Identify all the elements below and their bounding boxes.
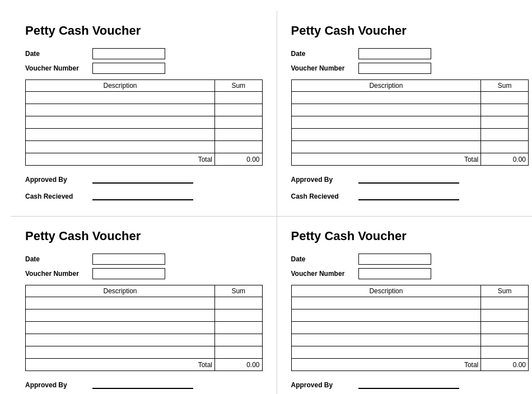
voucher-2-total-label: Total: [291, 153, 481, 166]
page-wrapper: Petty Cash Voucher Date Voucher Number D…: [11, 11, 532, 394]
table-row: [26, 309, 263, 322]
voucher-1-date-input[interactable]: [92, 48, 165, 59]
voucher-1-date-row: Date: [25, 48, 263, 59]
voucher-3-date-input[interactable]: [92, 254, 165, 265]
voucher-1-total-value: 0.00: [215, 153, 263, 166]
voucher-3: Petty Cash Voucher Date Voucher Number D…: [11, 217, 277, 394]
voucher-4-table: Description Sum Total 0.00: [291, 285, 529, 371]
voucher-3-date-label: Date: [25, 255, 92, 263]
voucher-2-cash-label: Cash Recieved: [291, 193, 358, 200]
voucher-1-total-row: Total 0.00: [26, 153, 263, 166]
voucher-2-desc-header: Description: [291, 80, 481, 92]
voucher-2-cash-row: Cash Recieved: [291, 190, 529, 200]
table-row: [26, 334, 263, 346]
voucher-2-number-input[interactable]: [358, 63, 431, 74]
voucher-4-total-value: 0.00: [481, 359, 529, 371]
voucher-2-table-section: Description Sum Total 0.00: [291, 79, 529, 166]
voucher-1-approved-label: Approved By: [25, 176, 92, 184]
voucher-2-approved-row: Approved By: [291, 173, 529, 184]
voucher-2-cash-line[interactable]: [358, 190, 459, 200]
voucher-4-approved-line[interactable]: [358, 379, 459, 389]
table-row: [26, 297, 263, 309]
voucher-4-approved-row: Approved By: [291, 379, 529, 389]
table-row: [26, 129, 263, 141]
table-row: [291, 346, 529, 359]
voucher-3-title: Petty Cash Voucher: [25, 229, 263, 243]
voucher-4-title: Petty Cash Voucher: [291, 229, 529, 243]
voucher-4-number-label: Voucher Number: [291, 270, 358, 278]
table-row: [291, 309, 529, 322]
voucher-1-number-input[interactable]: [92, 63, 165, 74]
voucher-1-approved-row: Approved By: [25, 173, 263, 184]
voucher-4-sum-header: Sum: [481, 285, 529, 297]
voucher-1-number-row: Voucher Number: [25, 63, 263, 74]
voucher-4-total-row: Total 0.00: [291, 359, 529, 371]
voucher-3-approved-label: Approved By: [25, 381, 92, 389]
voucher-3-signature-section: Approved By Cash Recieved: [25, 379, 263, 394]
table-row: [291, 297, 529, 309]
voucher-1-sum-header: Sum: [215, 80, 263, 92]
voucher-2-approved-label: Approved By: [291, 176, 358, 184]
voucher-3-desc-header: Description: [26, 285, 215, 297]
table-row: [26, 322, 263, 334]
table-row: [291, 129, 529, 141]
voucher-1-total-label: Total: [26, 153, 215, 166]
voucher-3-number-row: Voucher Number: [25, 268, 263, 279]
table-row: [26, 116, 263, 129]
table-row: [291, 141, 529, 153]
voucher-2-sum-header: Sum: [481, 80, 529, 92]
voucher-4: Petty Cash Voucher Date Voucher Number D…: [277, 217, 533, 394]
voucher-3-number-label: Voucher Number: [25, 270, 92, 278]
table-row: [26, 141, 263, 153]
voucher-1-cash-label: Cash Recieved: [25, 193, 92, 200]
voucher-1-cash-line[interactable]: [92, 190, 193, 200]
voucher-3-date-row: Date: [25, 254, 263, 265]
table-row: [291, 116, 529, 129]
voucher-4-signature-section: Approved By Cash Recieved: [291, 379, 529, 394]
voucher-4-desc-header: Description: [291, 285, 481, 297]
voucher-1-approved-line[interactable]: [92, 173, 193, 184]
voucher-3-sum-header: Sum: [215, 285, 263, 297]
voucher-3-approved-line[interactable]: [92, 379, 193, 389]
voucher-4-date-input[interactable]: [358, 254, 431, 265]
voucher-2-title: Petty Cash Voucher: [291, 24, 529, 38]
voucher-1-table-section: Description Sum Total 0.00: [25, 79, 263, 166]
table-row: [26, 92, 263, 104]
voucher-1-title: Petty Cash Voucher: [25, 24, 263, 38]
voucher-2-approved-line[interactable]: [358, 173, 459, 184]
voucher-1: Petty Cash Voucher Date Voucher Number D…: [11, 11, 277, 217]
voucher-2-total-row: Total 0.00: [291, 153, 529, 166]
voucher-2-signature-section: Approved By Cash Recieved: [291, 173, 529, 200]
voucher-4-date-label: Date: [291, 255, 358, 263]
voucher-2: Petty Cash Voucher Date Voucher Number D…: [277, 11, 533, 217]
table-row: [26, 104, 263, 116]
voucher-1-signature-section: Approved By Cash Recieved: [25, 173, 263, 200]
voucher-2-number-label: Voucher Number: [291, 64, 358, 72]
table-row: [291, 92, 529, 104]
voucher-3-table-section: Description Sum Total 0.00: [25, 285, 263, 371]
voucher-2-total-value: 0.00: [481, 153, 529, 166]
voucher-2-date-input[interactable]: [358, 48, 431, 59]
vouchers-grid: Petty Cash Voucher Date Voucher Number D…: [11, 11, 532, 394]
voucher-3-approved-row: Approved By: [25, 379, 263, 389]
voucher-2-table: Description Sum Total 0.00: [291, 79, 529, 166]
voucher-3-total-label: Total: [26, 359, 215, 371]
voucher-4-date-row: Date: [291, 254, 529, 265]
voucher-2-date-label: Date: [291, 50, 358, 58]
voucher-4-table-section: Description Sum Total 0.00: [291, 285, 529, 371]
voucher-4-number-input[interactable]: [358, 268, 431, 279]
voucher-1-number-label: Voucher Number: [25, 64, 92, 72]
voucher-3-total-value: 0.00: [215, 359, 263, 371]
table-row: [26, 346, 263, 359]
voucher-1-cash-row: Cash Recieved: [25, 190, 263, 200]
voucher-4-number-row: Voucher Number: [291, 268, 529, 279]
voucher-3-number-input[interactable]: [92, 268, 165, 279]
table-row: [291, 322, 529, 334]
voucher-1-desc-header: Description: [26, 80, 215, 92]
table-row: [291, 104, 529, 116]
voucher-1-table: Description Sum Total 0.00: [25, 79, 263, 166]
voucher-1-date-label: Date: [25, 50, 92, 58]
voucher-3-total-row: Total 0.00: [26, 359, 263, 371]
voucher-4-total-label: Total: [291, 359, 481, 371]
voucher-4-approved-label: Approved By: [291, 381, 358, 389]
